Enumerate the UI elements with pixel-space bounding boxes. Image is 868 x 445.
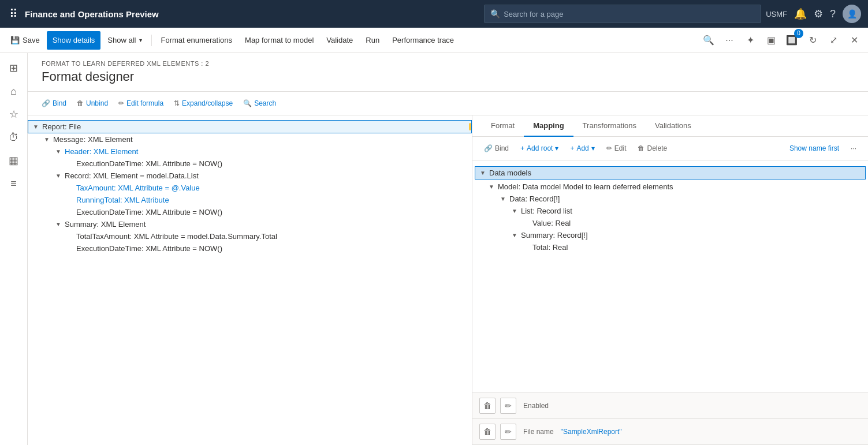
edit-formula-button[interactable]: ✏ Edit formula [114, 95, 168, 111]
mapping-row-value[interactable]: Value: Real [519, 217, 868, 229]
tree-arrow-taxamount [67, 185, 76, 191]
show-name-first-button[interactable]: Show name first [785, 140, 844, 156]
mapping-label-model: Model: Data model Model to learn deferre… [498, 182, 673, 191]
mapping-link-icon: 🔗 [484, 144, 493, 152]
pin-icon[interactable]: ✦ [741, 31, 759, 50]
mapping-label-data-models: Data models [489, 169, 531, 177]
validate-button[interactable]: Validate [321, 31, 359, 50]
map-format-to-model-button[interactable]: Map format to model [239, 31, 319, 50]
add-button[interactable]: + Add ▾ [565, 140, 599, 156]
tab-transformations[interactable]: Transformations [573, 115, 646, 137]
tab-mapping[interactable]: Mapping [524, 115, 573, 137]
mapping-bind-button[interactable]: 🔗 Bind [479, 140, 513, 156]
badge-button[interactable]: 🔲 0 [783, 31, 801, 50]
unbind-button[interactable]: 🗑 Unbind [72, 95, 113, 111]
properties-pane: 🗑 ✏ Enabled 🗑 ✏ File name "SampleXmlRepo… [472, 392, 868, 445]
chevron-add-root: ▾ [555, 144, 558, 152]
tree-row-total-tax[interactable]: TotalTaxAmount: XML Attribute = model.Da… [62, 230, 472, 242]
filename-delete-btn[interactable]: 🗑 [479, 424, 496, 440]
content-area: FORMAT TO LEARN DEFERRED XML ELEMENTS : … [28, 53, 868, 445]
mapping-row-model[interactable]: ▼ Model: Data model Model to learn defer… [484, 181, 868, 193]
toolbar-separator-1 [151, 35, 152, 46]
link-icon: 🔗 [42, 99, 50, 107]
tree-arrow-record: ▼ [55, 173, 65, 179]
tree-row-exec1[interactable]: ExecutionDateTime: XML Attribute = NOW() [62, 158, 472, 170]
tree-arrow-exec3 [67, 245, 76, 252]
workspaces-icon[interactable]: ▦ [3, 150, 24, 171]
grid-icon[interactable]: ⠿ [7, 5, 20, 23]
refresh-icon[interactable]: ↻ [803, 31, 822, 50]
tree-row-exec2[interactable]: ExecutionDateTime: XML Attribute = NOW() [62, 206, 472, 218]
tree-arrow-running [67, 197, 76, 203]
notification-icon[interactable]: 🔔 [794, 8, 807, 20]
filename-value: "SampleXmlReport" [561, 428, 622, 436]
tree-arrow-message: ▼ [44, 136, 53, 143]
mapping-toolbar: 🔗 Bind + Add root ▾ + Add ▾ ✏ [472, 137, 868, 160]
tab-validations[interactable]: Validations [646, 115, 701, 137]
delete-mapping-button[interactable]: 🗑 Delete [633, 140, 672, 156]
more-options-icon[interactable]: ··· [720, 31, 739, 50]
more-mapping-options[interactable]: ··· [846, 140, 861, 156]
modules-icon[interactable]: ≡ [3, 173, 24, 194]
tree-arrow-exec2 [67, 209, 76, 215]
tree-label-record: Record: XML Element = model.Data.List [65, 171, 199, 180]
save-icon: 💾 [10, 36, 20, 44]
top-nav-bar: ⠿ Finance and Operations Preview 🔍 Searc… [0, 0, 868, 28]
format-tree-pane: ▼ Report: File ▼ Message: XML Element ▼ … [28, 115, 472, 445]
search-designer-button[interactable]: 🔍 Search [239, 95, 281, 111]
tree-row-taxamount[interactable]: TaxAmount: XML Attribute = @.Value [62, 182, 472, 194]
tree-label-summary: Summary: XML Element [65, 220, 146, 229]
close-icon[interactable]: ✕ [845, 31, 863, 50]
mapping-toolbar-right: Show name first ··· [785, 140, 861, 156]
tree-label-exec2: ExecutionDateTime: XML Attribute = NOW() [76, 208, 222, 216]
mapping-row-list[interactable]: ▼ List: Record list [507, 205, 868, 217]
search-icon-small: 🔍 [243, 99, 252, 107]
add-root-button[interactable]: + Add root ▾ [516, 140, 563, 156]
performance-trace-button[interactable]: Performance trace [386, 31, 460, 50]
expand-collapse-button[interactable]: ⇅ Expand/collapse [169, 95, 237, 111]
help-icon[interactable]: ? [830, 8, 836, 20]
plus-icon-add: + [570, 144, 574, 152]
home-side-icon[interactable]: ⌂ [3, 81, 24, 102]
enabled-edit-btn[interactable]: ✏ [500, 398, 516, 414]
top-nav-right: USMF 🔔 ⚙ ? 👤 [766, 5, 861, 23]
search-placeholder: Search for a page [504, 10, 563, 18]
filter-icon[interactable]: ⊞ [3, 58, 24, 78]
expand-icon-small: ⇅ [174, 99, 180, 107]
expand-icon[interactable]: ⤢ [824, 31, 843, 50]
favorites-icon[interactable]: ☆ [3, 104, 24, 125]
mapping-row-summary2[interactable]: ▼ Summary: Record[!] [507, 229, 868, 241]
tree-row-summary[interactable]: ▼ Summary: XML Element [51, 218, 472, 230]
search-icon: 🔍 [490, 9, 500, 18]
tree-row-message[interactable]: ▼ Message: XML Element [39, 133, 472, 145]
page-subtitle: FORMAT TO LEARN DEFERRED XML ELEMENTS : … [42, 60, 854, 67]
global-search[interactable]: 🔍 Search for a page [484, 5, 761, 23]
show-all-button[interactable]: Show all ▾ [102, 31, 147, 50]
run-button[interactable]: Run [360, 31, 385, 50]
mapping-row-data[interactable]: ▼ Data: Record[!] [496, 193, 868, 205]
mapping-row-total[interactable]: Total: Real [519, 241, 868, 253]
main-layout: ⊞ ⌂ ☆ ⏱ ▦ ≡ FORMAT TO LEARN DEFERRED XML… [0, 53, 868, 445]
mapping-row-data-models[interactable]: ▼ Data models [475, 166, 866, 180]
filename-edit-btn[interactable]: ✏ [500, 424, 516, 440]
settings-icon[interactable]: ⚙ [814, 8, 823, 20]
avatar[interactable]: 👤 [843, 5, 861, 23]
edit-mapping-button[interactable]: ✏ Edit [602, 140, 631, 156]
tree-label-report: Report: File [42, 122, 81, 131]
tree-row-record[interactable]: ▼ Record: XML Element = model.Data.List [51, 170, 472, 182]
recent-icon[interactable]: ⏱ [3, 127, 24, 148]
tree-row-report[interactable]: ▼ Report: File [28, 120, 472, 133]
show-details-button[interactable]: Show details [47, 31, 101, 50]
format-enumerations-button[interactable]: Format enumerations [155, 31, 239, 50]
save-button[interactable]: 💾 Save [5, 31, 46, 50]
panel-icon[interactable]: ▣ [762, 31, 780, 50]
tree-row-running-total[interactable]: RunningTotal: XML Attribute [62, 194, 472, 206]
tree-row-exec3[interactable]: ExecutionDateTime: XML Attribute = NOW() [62, 242, 472, 255]
tree-row-header[interactable]: ▼ Header: XML Element [51, 145, 472, 158]
bind-button[interactable]: 🔗 Bind [37, 95, 71, 111]
enabled-delete-btn[interactable]: 🗑 [479, 398, 496, 414]
mapping-pane: Format Mapping Transformations Validatio… [472, 115, 868, 445]
search-toolbar-icon[interactable]: 🔍 [699, 31, 718, 50]
tab-format[interactable]: Format [482, 115, 524, 137]
plus-icon: + [520, 144, 524, 152]
